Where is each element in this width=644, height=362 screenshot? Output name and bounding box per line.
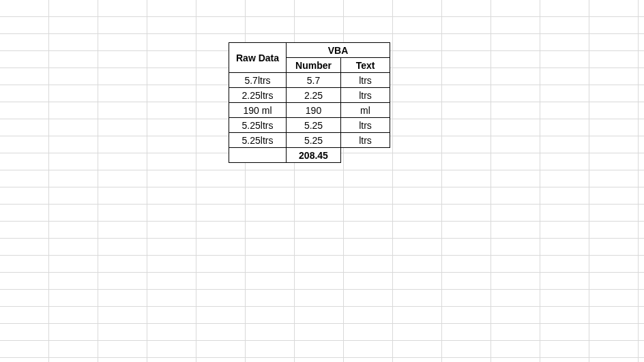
grid-cell[interactable] <box>639 17 644 34</box>
txt-cell[interactable]: ltrs <box>341 133 390 148</box>
grid-cell[interactable] <box>540 68 589 85</box>
grid-cell[interactable] <box>344 273 393 290</box>
number-header[interactable]: Number <box>287 58 341 73</box>
grid-cell[interactable] <box>442 290 491 307</box>
grid-cell[interactable] <box>639 170 644 187</box>
grid-cell[interactable] <box>0 307 49 324</box>
grid-cell[interactable] <box>589 102 639 119</box>
grid-cell[interactable] <box>393 153 442 170</box>
grid-cell[interactable] <box>98 85 147 102</box>
sum-label[interactable]: Sum <box>229 148 287 163</box>
grid-cell[interactable] <box>98 51 147 68</box>
grid-cell[interactable] <box>147 170 196 187</box>
grid-cell[interactable] <box>196 341 246 358</box>
grid-cell[interactable] <box>442 239 491 256</box>
grid-cell[interactable] <box>0 136 49 153</box>
grid-cell[interactable] <box>246 187 295 205</box>
grid-cell[interactable] <box>442 68 491 85</box>
grid-cell[interactable] <box>442 51 491 68</box>
grid-cell[interactable] <box>491 170 540 187</box>
grid-cell[interactable] <box>98 170 147 187</box>
grid-cell[interactable] <box>147 153 196 170</box>
grid-cell[interactable] <box>540 256 589 273</box>
grid-cell[interactable] <box>393 324 442 341</box>
grid-cell[interactable] <box>246 256 295 273</box>
grid-cell[interactable] <box>491 136 540 153</box>
grid-cell[interactable] <box>540 307 589 324</box>
grid-cell[interactable] <box>589 222 639 239</box>
grid-cell[interactable] <box>344 187 393 205</box>
grid-cell[interactable] <box>442 222 491 239</box>
grid-cell[interactable] <box>442 273 491 290</box>
grid-cell[interactable] <box>393 136 442 153</box>
grid-cell[interactable] <box>49 34 98 51</box>
grid-cell[interactable] <box>0 341 49 358</box>
grid-cell[interactable] <box>295 324 344 341</box>
grid-cell[interactable] <box>442 256 491 273</box>
grid-cell[interactable] <box>0 187 49 205</box>
grid-cell[interactable] <box>49 307 98 324</box>
grid-cell[interactable] <box>246 290 295 307</box>
grid-cell[interactable] <box>0 17 49 34</box>
txt-cell[interactable]: ml <box>341 103 390 118</box>
grid-cell[interactable] <box>491 68 540 85</box>
grid-cell[interactable] <box>0 290 49 307</box>
grid-cell[interactable] <box>491 17 540 34</box>
grid-cell[interactable] <box>98 341 147 358</box>
grid-cell[interactable] <box>98 222 147 239</box>
grid-cell[interactable] <box>589 136 639 153</box>
grid-cell[interactable] <box>196 222 246 239</box>
grid-cell[interactable] <box>98 136 147 153</box>
txt-cell[interactable]: ltrs <box>341 118 390 133</box>
grid-cell[interactable] <box>49 0 98 17</box>
grid-cell[interactable] <box>196 290 246 307</box>
grid-cell[interactable] <box>589 153 639 170</box>
grid-cell[interactable] <box>540 341 589 358</box>
grid-cell[interactable] <box>639 307 644 324</box>
grid-cell[interactable] <box>442 17 491 34</box>
grid-cell[interactable] <box>98 17 147 34</box>
grid-cell[interactable] <box>147 341 196 358</box>
grid-cell[interactable] <box>639 85 644 102</box>
grid-cell[interactable] <box>589 256 639 273</box>
grid-cell[interactable] <box>442 358 491 362</box>
grid-cell[interactable] <box>442 307 491 324</box>
grid-cell[interactable] <box>589 341 639 358</box>
grid-cell[interactable] <box>491 256 540 273</box>
grid-cell[interactable] <box>295 341 344 358</box>
grid-cell[interactable] <box>540 34 589 51</box>
grid-cell[interactable] <box>0 153 49 170</box>
grid-cell[interactable] <box>589 17 639 34</box>
grid-cell[interactable] <box>393 239 442 256</box>
grid-cell[interactable] <box>147 256 196 273</box>
grid-cell[interactable] <box>98 256 147 273</box>
grid-cell[interactable] <box>540 119 589 136</box>
grid-cell[interactable] <box>344 0 393 17</box>
grid-cell[interactable] <box>295 0 344 17</box>
grid-cell[interactable] <box>639 51 644 68</box>
grid-cell[interactable] <box>147 222 196 239</box>
grid-cell[interactable] <box>491 324 540 341</box>
grid-cell[interactable] <box>147 102 196 119</box>
grid-cell[interactable] <box>295 205 344 222</box>
grid-cell[interactable] <box>98 290 147 307</box>
grid-cell[interactable] <box>344 170 393 187</box>
grid-cell[interactable] <box>49 222 98 239</box>
grid-cell[interactable] <box>491 307 540 324</box>
grid-cell[interactable] <box>98 34 147 51</box>
grid-cell[interactable] <box>442 170 491 187</box>
num-cell[interactable]: 5.25 <box>287 133 341 148</box>
txt-cell[interactable]: ltrs <box>341 73 390 88</box>
grid-cell[interactable] <box>98 239 147 256</box>
grid-cell[interactable] <box>246 239 295 256</box>
raw-cell[interactable]: 5.25ltrs <box>229 133 287 148</box>
grid-cell[interactable] <box>442 102 491 119</box>
grid-cell[interactable] <box>147 136 196 153</box>
grid-cell[interactable] <box>196 239 246 256</box>
grid-cell[interactable] <box>589 290 639 307</box>
grid-cell[interactable] <box>147 17 196 34</box>
num-cell[interactable]: 5.25 <box>287 118 341 133</box>
grid-cell[interactable] <box>589 307 639 324</box>
grid-cell[interactable] <box>491 0 540 17</box>
grid-cell[interactable] <box>0 85 49 102</box>
